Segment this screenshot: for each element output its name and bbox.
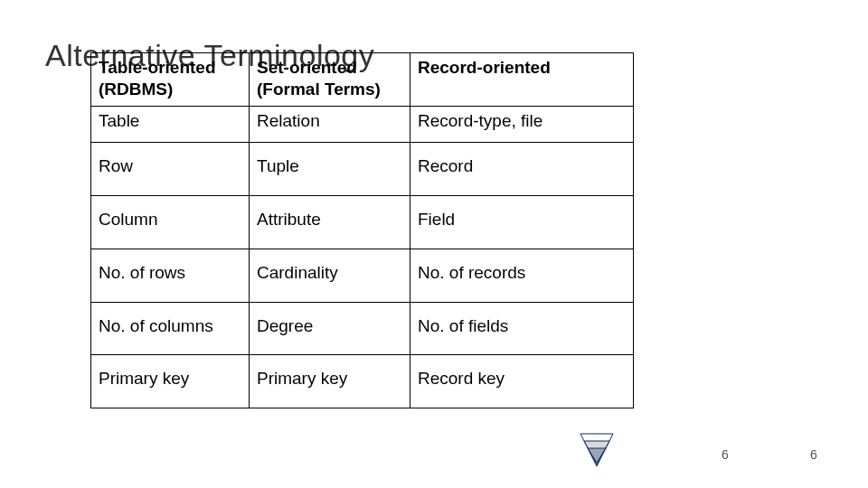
cell: Record key	[410, 355, 634, 408]
cell: No. of columns	[91, 302, 250, 355]
cell: Column	[91, 196, 250, 249]
cell: No. of records	[410, 249, 634, 302]
triangle-decor-icon	[579, 432, 615, 468]
cell: Record	[410, 143, 634, 196]
cell: Record-type, file	[410, 106, 634, 143]
cell: No. of rows	[91, 249, 250, 302]
table-row: No. of columns Degree No. of fields	[91, 302, 634, 355]
cell: Primary key	[91, 355, 250, 408]
table-row: Table Relation Record-type, file	[91, 106, 634, 143]
table-row: Column Attribute Field	[91, 196, 634, 249]
cell: Degree	[250, 302, 410, 355]
table-row: Row Tuple Record	[91, 143, 634, 196]
terminology-table: Table-oriented (RDBMS) Set-oriented (For…	[90, 52, 634, 408]
header-col3: Record-oriented	[410, 53, 634, 107]
cell: Relation	[250, 106, 410, 143]
cell: Row	[91, 143, 250, 196]
cell: Table	[91, 106, 250, 143]
table-header-row: Table-oriented (RDBMS) Set-oriented (For…	[91, 53, 634, 107]
header-col1: Table-oriented (RDBMS)	[91, 53, 250, 107]
cell: Attribute	[250, 196, 410, 249]
cell: Tuple	[250, 143, 410, 196]
page-number-duplicate: 6	[810, 447, 817, 462]
header-col2: Set-oriented (Formal Terms)	[250, 53, 410, 107]
table-row: Primary key Primary key Record key	[91, 355, 634, 408]
table-row: No. of rows Cardinality No. of records	[91, 249, 634, 302]
page-number: 6	[722, 447, 729, 462]
cell: Primary key	[250, 355, 410, 408]
cell: Field	[410, 196, 634, 249]
cell: Cardinality	[250, 249, 410, 302]
cell: No. of fields	[410, 302, 634, 355]
svg-marker-2	[588, 448, 606, 463]
